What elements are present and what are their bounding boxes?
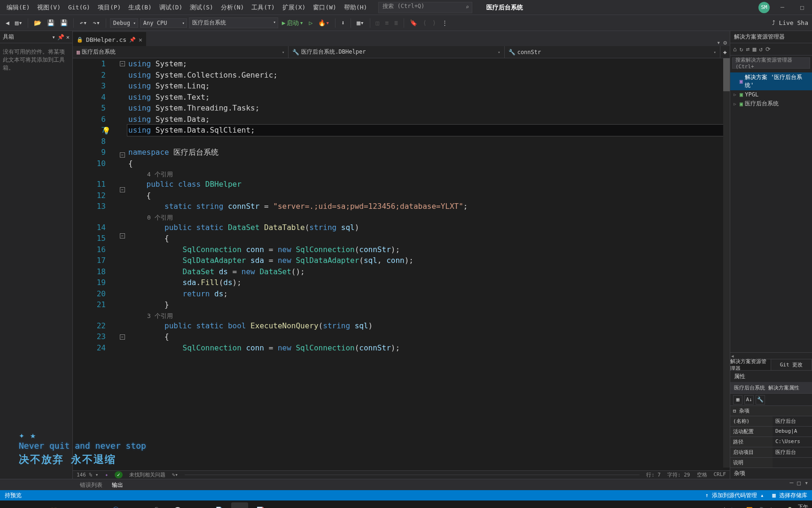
nav-project[interactable]: ▦医疗后台系统▾ [73, 46, 289, 58]
tab-dbhelper[interactable]: 🔒 DBHelper.cs 📌 ✕ [73, 32, 146, 46]
pin-icon[interactable]: 📌 [57, 34, 64, 40]
live-share-button[interactable]: ⤴ Live Sha [772, 19, 808, 26]
redo-button[interactable]: ↷▾ [91, 18, 102, 27]
overflow-icon[interactable]: ⋮ [440, 18, 450, 27]
search-box[interactable]: 搜索 (Ctrl+Q) [378, 2, 472, 13]
preview-icon[interactable]: ▾ [717, 39, 720, 46]
menu-item[interactable]: 工具(T) [248, 2, 278, 13]
clock[interactable]: 下午202 [798, 503, 808, 508]
tab-git-changes[interactable]: Git 更改 [771, 359, 812, 370]
zoom-select[interactable]: 146 % ▾ [77, 472, 98, 478]
tab-output[interactable]: 输出 [107, 479, 128, 490]
undo-button[interactable]: ↶▾ [78, 18, 89, 27]
visual-studio-icon[interactable]: ∞ [231, 502, 248, 508]
props-group[interactable]: ⊟ 杂项 [730, 405, 812, 416]
split-icon[interactable]: ✚ [720, 48, 730, 56]
sync-icon[interactable]: ↻ [740, 46, 743, 53]
pin-tab-icon[interactable]: 📌 [129, 37, 136, 43]
tab-error-list[interactable]: 错误列表 [75, 479, 107, 490]
solution-tree[interactable]: ▣解决方案 '医疗后台系统' ▷▣YPGL ▷▣医疗后台系统 [730, 71, 812, 352]
browse-icon[interactable]: ▦▾ [355, 18, 366, 27]
solution-search[interactable]: 搜索解决方案资源管理器(Ctrl+ [732, 57, 810, 69]
startup-project-select[interactable]: 医疗后台系统 [189, 17, 278, 28]
solution-root[interactable]: ▣解决方案 '医疗后台系统' [730, 72, 812, 90]
platform-select[interactable]: Any CPU [140, 18, 187, 28]
menu-item[interactable]: 测试(S) [186, 2, 217, 13]
property-row[interactable]: 说明 [730, 457, 812, 468]
app-icon-1[interactable]: ◆ [66, 502, 83, 508]
repo-select-button[interactable]: ▦ 选择存储库 [773, 492, 807, 500]
menu-item[interactable]: 帮助(H) [340, 2, 371, 13]
source-control-button[interactable]: ↑ 添加到源代码管理 ▴ [705, 492, 764, 500]
switch-icon[interactable]: ⇄ [746, 46, 750, 53]
start-debug-button[interactable]: ▶ 启动 ▾ [280, 18, 305, 28]
obs-icon[interactable]: ◉ [273, 502, 289, 508]
vertical-scrollbar[interactable] [723, 58, 730, 468]
show-all-icon[interactable]: ▦ [752, 46, 756, 53]
menu-item[interactable]: 调试(D) [156, 2, 186, 13]
property-row[interactable]: (名称)医疗后台 [730, 416, 812, 426]
code-content[interactable]: using System;using System.Collections.Ge… [127, 58, 730, 470]
ime-indicator[interactable]: 中 [769, 507, 774, 508]
categorize-icon[interactable]: ▦ [733, 395, 742, 405]
menu-item[interactable]: 生成(B) [125, 2, 155, 13]
app-icon-5[interactable]: ▣ [190, 502, 207, 508]
notepad-icon[interactable]: 📝 [252, 502, 269, 508]
avatar[interactable]: SM [758, 2, 770, 13]
fold-column[interactable]: −−−−− [120, 58, 127, 470]
qq-icon[interactable]: 🐧 [148, 502, 165, 508]
gear-icon[interactable]: ⚙ [723, 39, 727, 46]
panel-max-icon[interactable]: □ [797, 479, 801, 486]
config-select[interactable]: Debug [110, 18, 138, 28]
properties-header[interactable]: 医疗后台系统 解决方案属性 [734, 384, 799, 391]
nav-member[interactable]: 🔧connStr▾ [505, 46, 720, 58]
insert-indicator[interactable]: 空格 [697, 471, 707, 478]
save-all-icon[interactable]: 💾 [58, 18, 70, 27]
wechat-icon[interactable]: 💬 [169, 502, 186, 508]
refresh-icon[interactable]: ↺ [759, 46, 763, 53]
autohide-icon[interactable]: ▾ [52, 34, 55, 40]
property-row[interactable]: 启动项目医疗后台 [730, 447, 812, 457]
new-file-button[interactable]: ▤▾ [13, 18, 24, 27]
nav-class[interactable]: 🔧医疗后台系统.DBHelper▾ [289, 46, 504, 58]
issues-indicator[interactable]: ✓ [115, 471, 123, 478]
menu-item[interactable]: 项目(P) [94, 2, 125, 13]
panel-drop-icon[interactable]: ▾ [804, 479, 808, 486]
menu-item[interactable]: 编辑(E) [3, 2, 33, 13]
maximize-button[interactable]: □ [795, 4, 809, 11]
eol-indicator[interactable]: CRLF [714, 471, 726, 478]
app-icon-4[interactable]: ◎ [128, 502, 145, 508]
hot-reload-icon[interactable]: 🔥▾ [316, 18, 331, 27]
col-indicator[interactable]: 字符: 29 [667, 471, 690, 478]
alpha-icon[interactable]: A↓ [744, 395, 754, 405]
line-indicator[interactable]: 行: 7 [646, 471, 661, 478]
menu-item[interactable]: 分析(N) [217, 2, 248, 13]
app-icon-6[interactable]: 📄 [211, 502, 227, 508]
props-wrench-icon[interactable]: 🔧 [756, 395, 765, 405]
property-row[interactable]: 路径C:\Users [730, 437, 812, 447]
explorer-icon[interactable]: 📁 [45, 502, 62, 508]
health-icon[interactable]: ✦ [105, 472, 108, 478]
lightbulb-icon[interactable]: 💡 [102, 126, 111, 137]
start-nodebug-button[interactable]: ▷ [307, 18, 314, 27]
bookmark-icon[interactable]: 🔖 [408, 18, 419, 27]
project-ypgl[interactable]: ▷▣YPGL [730, 90, 812, 99]
property-row[interactable]: 活动配置Debug|A [730, 426, 812, 437]
close-tab-icon[interactable]: ✕ [139, 36, 142, 43]
panel-min-icon[interactable]: ─ [790, 479, 794, 486]
collapse-icon[interactable]: ⟳ [765, 46, 771, 53]
close-icon[interactable]: ✕ [66, 34, 70, 40]
brush-icon[interactable]: ✎▾ [172, 472, 178, 478]
status-preview[interactable]: 持预览 [5, 492, 22, 500]
menu-item[interactable]: 扩展(X) [279, 2, 309, 13]
open-icon[interactable]: 📂 [32, 18, 43, 27]
back-button[interactable]: ◀ [4, 18, 11, 27]
minimize-button[interactable]: ─ [775, 4, 789, 11]
save-icon[interactable]: 💾 [45, 18, 56, 27]
start-button[interactable]: ⊞ [4, 502, 21, 508]
home-icon[interactable]: ⌂ [733, 46, 737, 53]
tab-solution-explorer[interactable]: 解决方案资源管理器 [730, 359, 771, 370]
taskview-icon[interactable]: ▭▭ [24, 502, 41, 508]
step-icon[interactable]: ⬇ [339, 18, 347, 27]
project-medical[interactable]: ▷▣医疗后台系统 [730, 99, 812, 109]
